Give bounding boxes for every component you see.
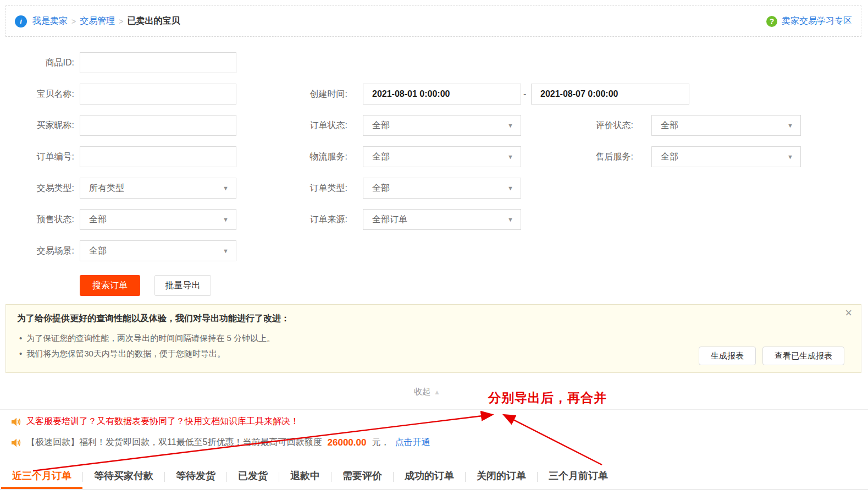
batch-export-button[interactable]: 批量导出 xyxy=(154,275,211,296)
item-id-input[interactable] xyxy=(80,52,236,73)
breadcrumb-link-trade[interactable]: 交易管理 xyxy=(80,15,115,27)
chevron-down-icon: ▼ xyxy=(507,216,513,223)
annotation-arrow-right xyxy=(505,415,602,465)
refund-amount: 26000.00 xyxy=(328,437,367,448)
export-notice-panel: × 为了给你提供更好的查询性能以及体验，我们对导出功能进行了改进： 为了保证您的… xyxy=(5,304,861,373)
order-status-select[interactable]: 全部 ▼ xyxy=(363,115,521,136)
collapse-label: 收起 xyxy=(414,387,430,397)
tab-orders-older-3-months[interactable]: 三个月前订单 xyxy=(538,465,619,489)
chevron-down-icon: ▼ xyxy=(787,153,793,160)
breadcrumb-separator: > xyxy=(119,17,123,26)
aftersale-label: 售后服务: xyxy=(544,146,633,167)
help-icon: ? xyxy=(766,16,777,27)
order-tabs: 近三个月订单 等待买家付款 等待发货 已发货 退款中 需要评价 成功的订单 关闭… xyxy=(1,465,619,489)
announcement-fast-refund: 【极速回款】福利！发货即回款，双11最低至5折优惠！当前最高可回款额度 2600… xyxy=(11,437,430,448)
trade-type-value: 所有类型 xyxy=(89,183,124,194)
trade-scene-label: 交易场景: xyxy=(0,240,74,261)
info-icon: i xyxy=(15,15,27,28)
created-from-input[interactable] xyxy=(363,84,521,105)
close-icon[interactable]: × xyxy=(845,307,852,319)
chevron-down-icon: ▼ xyxy=(507,153,513,160)
created-to-input[interactable] xyxy=(531,84,689,105)
buyer-nick-input[interactable] xyxy=(80,115,236,136)
chevron-down-icon: ▼ xyxy=(787,122,793,129)
aftersale-select[interactable]: 全部 ▼ xyxy=(651,146,801,167)
item-name-input[interactable] xyxy=(80,84,236,105)
rating-status-value: 全部 xyxy=(661,120,678,131)
chevron-down-icon: ▼ xyxy=(507,185,513,191)
chevron-down-icon: ▼ xyxy=(223,216,229,223)
notice-title: 为了给你提供更好的查询性能以及体验，我们对导出功能进行了改进： xyxy=(17,313,290,325)
page-title: 已卖出的宝贝 xyxy=(127,15,180,27)
generate-report-button[interactable]: 生成报表 xyxy=(699,347,756,365)
order-status-value: 全部 xyxy=(372,120,390,131)
announcement-training: 又客服要培训了？又有数据表要协同了？快用文档知识库工具来解决！ xyxy=(11,416,299,427)
tab-shipped[interactable]: 已发货 xyxy=(227,465,279,489)
breadcrumb-separator: > xyxy=(71,17,76,26)
order-source-select[interactable]: 全部订单 ▼ xyxy=(363,209,521,230)
divider xyxy=(0,409,868,410)
presale-status-label: 预售状态: xyxy=(0,209,74,230)
rating-status-select[interactable]: 全部 ▼ xyxy=(651,115,801,136)
order-no-input[interactable] xyxy=(80,146,236,167)
chevron-down-icon: ▼ xyxy=(507,122,513,129)
breadcrumb: i 我是卖家 > 交易管理 > 已卖出的宝贝 ? 卖家交易学习专区 xyxy=(5,6,861,37)
logistics-label: 物流服务: xyxy=(253,146,347,167)
logistics-value: 全部 xyxy=(372,151,390,163)
item-id-label: 商品ID: xyxy=(0,52,74,73)
divider xyxy=(0,489,868,490)
logistics-select[interactable]: 全部 ▼ xyxy=(363,146,521,167)
search-orders-button[interactable]: 搜索订单 xyxy=(80,275,140,296)
order-source-value: 全部订单 xyxy=(372,214,407,226)
announcement-training-text: 又客服要培训了？又有数据表要协同了？快用文档知识库工具来解决！ xyxy=(26,416,299,427)
trade-scene-select[interactable]: 全部 ▼ xyxy=(80,240,236,261)
aftersale-value: 全部 xyxy=(661,151,678,163)
notice-bullet-list: 为了保证您的查询性能，两次导出的时间间隔请保持在 5 分钟以上。 我们将为您保留… xyxy=(19,333,275,364)
order-type-value: 全部 xyxy=(372,183,390,194)
notice-bullet: 我们将为您保留30天内导出的数据，便于您随时导出。 xyxy=(19,349,275,359)
tab-closed-orders[interactable]: 关闭的订单 xyxy=(466,465,537,489)
order-no-label: 订单编号: xyxy=(0,146,74,167)
refund-unit: 元， xyxy=(372,437,389,448)
chevron-down-icon: ▼ xyxy=(223,248,229,254)
chevron-down-icon: ▼ xyxy=(223,185,229,191)
order-type-select[interactable]: 全部 ▼ xyxy=(363,178,521,199)
tab-refunding[interactable]: 退款中 xyxy=(279,465,331,489)
trade-scene-value: 全部 xyxy=(89,245,107,257)
view-generated-reports-button[interactable]: 查看已生成报表 xyxy=(762,347,844,365)
order-source-label: 订单来源: xyxy=(253,209,347,230)
trade-type-select[interactable]: 所有类型 ▼ xyxy=(80,178,236,199)
tab-needs-review[interactable]: 需要评价 xyxy=(331,465,393,489)
annotation-text: 分别导出后，再合并 xyxy=(488,389,607,406)
order-status-label: 订单状态: xyxy=(253,115,347,136)
speaker-icon xyxy=(11,417,22,427)
activate-link[interactable]: 点击开通 xyxy=(395,437,430,448)
breadcrumb-link-seller[interactable]: 我是卖家 xyxy=(32,15,68,27)
tab-successful-orders[interactable]: 成功的订单 xyxy=(394,465,465,489)
order-type-label: 订单类型: xyxy=(253,178,347,199)
speaker-icon xyxy=(11,438,22,448)
presale-status-value: 全部 xyxy=(89,214,107,226)
sold-items-page: i 我是卖家 > 交易管理 > 已卖出的宝贝 ? 卖家交易学习专区 商品ID: … xyxy=(0,0,868,500)
collapse-toggle[interactable]: 收起 ▲ xyxy=(414,387,440,397)
presale-status-select[interactable]: 全部 ▼ xyxy=(80,209,236,230)
tab-awaiting-shipment[interactable]: 等待发货 xyxy=(165,465,226,489)
tab-awaiting-payment[interactable]: 等待买家付款 xyxy=(83,465,164,489)
announcement-fast-refund-text: 【极速回款】福利！发货即回款，双11最低至5折优惠！当前最高可回款额度 xyxy=(26,437,322,448)
buyer-nick-label: 买家昵称: xyxy=(0,115,74,136)
tab-recent-3-months[interactable]: 近三个月订单 xyxy=(1,465,82,489)
triangle-up-icon: ▲ xyxy=(434,388,440,396)
date-range-dash: - xyxy=(523,84,526,105)
created-time-label: 创建时间: xyxy=(253,84,347,105)
notice-bullet: 为了保证您的查询性能，两次导出的时间间隔请保持在 5 分钟以上。 xyxy=(19,333,275,344)
item-name-label: 宝贝名称: xyxy=(0,84,74,105)
rating-status-label: 评价状态: xyxy=(544,115,633,136)
trade-type-label: 交易类型: xyxy=(0,178,74,199)
seller-learning-link[interactable]: 卖家交易学习专区 xyxy=(782,15,852,27)
